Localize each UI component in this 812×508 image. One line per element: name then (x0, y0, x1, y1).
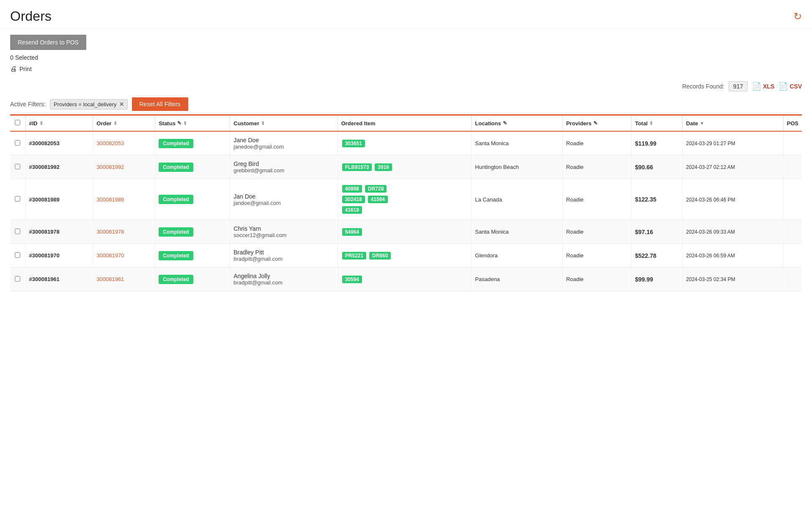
th-total[interactable]: Total ⇕ (631, 115, 683, 132)
row-ordered-items: 30594 (337, 268, 472, 291)
row-checkbox-cell[interactable] (10, 179, 25, 220)
order-link[interactable]: 300082053 (96, 140, 124, 146)
row-checkbox-cell[interactable] (10, 155, 25, 179)
row-date: 2024-03-26 06:46 PM (683, 179, 783, 220)
csv-icon: 📄 (779, 82, 788, 91)
customer-email: jandoe@gmail.com (233, 200, 334, 206)
row-order[interactable]: 300082053 (93, 131, 155, 155)
select-all-checkbox[interactable] (15, 120, 20, 125)
row-customer: Bradley Pitt bradpitt@gmail.com (230, 244, 337, 268)
selected-count: 0 Selected (10, 54, 802, 61)
th-order-label: Order (96, 120, 111, 127)
row-order[interactable]: 300081961 (93, 268, 155, 291)
th-id[interactable]: #ID ⇕ (25, 115, 93, 132)
item-tags: 54964 (341, 227, 409, 237)
th-status[interactable]: Status ✎ ⇕ (155, 115, 230, 132)
row-id: #300081970 (25, 244, 93, 268)
order-link[interactable]: 300081989 (96, 196, 124, 203)
item-tag: 40998 (342, 185, 362, 193)
row-checkbox-cell[interactable] (10, 131, 25, 155)
order-link[interactable]: 300081961 (96, 276, 124, 282)
active-filters-label: Active Filters: (10, 101, 46, 108)
row-checkbox[interactable] (15, 252, 20, 258)
print-row[interactable]: 🖨 Print (10, 65, 802, 73)
th-id-label: #ID (29, 120, 38, 127)
row-customer: Greg Bird grebbird@gmail.com (230, 155, 337, 179)
th-order[interactable]: Order ⇕ (93, 115, 155, 132)
customer-name: Jan Doe (233, 193, 334, 200)
row-ordered-items: 40998DR7283024184159441619 (337, 179, 472, 220)
th-providers[interactable]: Providers ✎ (562, 115, 631, 132)
row-pos (783, 131, 802, 155)
filter-tag-close-icon[interactable]: ✕ (119, 101, 124, 108)
row-checkbox[interactable] (15, 140, 20, 146)
export-csv-button[interactable]: 📄 CSV (779, 82, 802, 91)
th-providers-label: Providers (566, 120, 592, 127)
row-provider: Roadie (562, 131, 631, 155)
order-link[interactable]: 300081992 (96, 164, 124, 170)
customer-name: Chris Yarn (233, 225, 334, 232)
th-providers-edit-icon[interactable]: ✎ (593, 120, 598, 126)
row-order[interactable]: 300081970 (93, 244, 155, 268)
customer-name: Bradley Pitt (233, 249, 334, 256)
row-order[interactable]: 300081989 (93, 179, 155, 220)
status-badge: Completed (159, 251, 193, 260)
row-checkbox[interactable] (15, 229, 20, 234)
row-customer: Angelina Jolly bradpitt@gmail.com (230, 268, 337, 291)
row-order[interactable]: 300081992 (93, 155, 155, 179)
status-badge: Completed (159, 227, 193, 237)
date-value: 2024-03-27 02:12 AM (686, 164, 735, 170)
order-link[interactable]: 300081970 (96, 252, 124, 259)
xls-label: XLS (763, 83, 774, 90)
th-status-edit-icon[interactable]: ✎ (177, 120, 181, 126)
customer-name: Jane Doe (233, 137, 334, 144)
row-pos (783, 220, 802, 244)
row-location: Santa Monica (472, 220, 562, 244)
row-pos (783, 179, 802, 220)
row-checkbox[interactable] (15, 276, 20, 282)
resend-orders-button[interactable]: Resend Orders to POS (10, 35, 86, 50)
reset-all-filters-button[interactable]: Reset All Filters (132, 97, 188, 111)
item-tags: FLB915733916 (341, 163, 409, 172)
row-location: Huntington Beach (472, 155, 562, 179)
table-body: #300082053300082053CompletedJane Doe jan… (10, 131, 802, 291)
th-customer-sort-icon: ⇕ (261, 121, 265, 126)
page-title-row: Orders ↻ (10, 8, 802, 24)
row-checkbox[interactable] (15, 164, 20, 169)
customer-email: soccer12@gmail.com (233, 232, 334, 238)
th-locations-label: Locations (475, 120, 501, 127)
order-link[interactable]: 300081978 (96, 229, 124, 235)
row-checkbox-cell[interactable] (10, 220, 25, 244)
export-xls-button[interactable]: 📄 XLS (752, 82, 774, 91)
row-checkbox-cell[interactable] (10, 268, 25, 291)
table-row: #300082053300082053CompletedJane Doe jan… (10, 131, 802, 155)
item-tag: 54964 (342, 228, 362, 236)
order-id-value: #300081978 (29, 229, 60, 235)
th-ordered-item: Ordered Item (337, 115, 472, 132)
th-total-sort-icon: ⇕ (649, 121, 653, 126)
row-checkbox[interactable] (15, 196, 20, 202)
th-locations-edit-icon[interactable]: ✎ (503, 120, 507, 126)
row-checkbox-cell[interactable] (10, 244, 25, 268)
item-tag: PR5221 (342, 252, 366, 260)
refresh-icon[interactable]: ↻ (793, 11, 802, 22)
row-order[interactable]: 300081978 (93, 220, 155, 244)
th-select-all[interactable] (10, 115, 25, 132)
row-provider: Roadie (562, 268, 631, 291)
th-status-label: Status (159, 120, 176, 127)
th-locations[interactable]: Locations ✎ (472, 115, 562, 132)
row-ordered-items: 54964 (337, 220, 472, 244)
row-ordered-items: 303651 (337, 131, 472, 155)
customer-email: bradpitt@gmail.com (233, 256, 334, 262)
th-date-label: Date (686, 120, 698, 127)
th-date[interactable]: Date ▼ (683, 115, 783, 132)
filter-row: Active Filters: Providers = local_delive… (0, 94, 812, 114)
customer-name: Angelina Jolly (233, 273, 334, 279)
row-id: #300081961 (25, 268, 93, 291)
print-icon: 🖨 (10, 65, 17, 73)
table-row: #300081978300081978CompletedChris Yarn s… (10, 220, 802, 244)
total-value: $99.99 (635, 276, 653, 283)
row-pos (783, 155, 802, 179)
th-customer[interactable]: Customer ⇕ (230, 115, 337, 132)
th-pos: POS (783, 115, 802, 132)
